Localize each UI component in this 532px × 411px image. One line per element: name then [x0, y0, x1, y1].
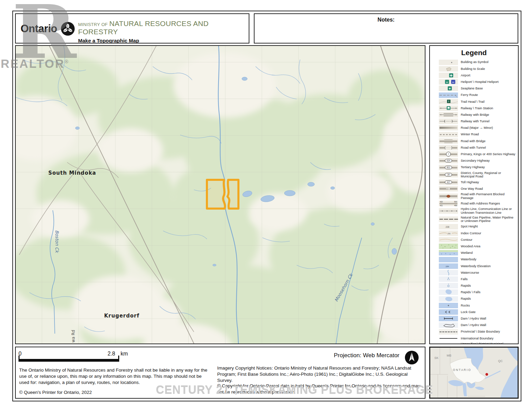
legend-item: Rapids: [430, 283, 518, 289]
rail-tunnel-icon: [439, 119, 458, 124]
legend-item-label: Building to Scale: [461, 67, 516, 71]
legend-title: Legend: [430, 49, 518, 57]
legend-item: Dam \ Hydro Wall: [430, 322, 518, 328]
projection-label: Projection: Web Mercator: [334, 352, 399, 359]
rapids-area-icon: [439, 296, 458, 302]
legend-item-label: Railway with Bridge: [461, 113, 516, 116]
wooded-icon: [439, 244, 458, 249]
scale-tick-left: [18, 356, 20, 362]
legend-item-label: Primary, Kings or 400 Series Highway: [461, 152, 516, 156]
scale-tick-right: [118, 356, 119, 362]
legend-item-label: Road with Address Ranges: [461, 202, 516, 205]
label-krugerdorf: Krugerdorf: [104, 313, 139, 319]
legend-item: Provincial \ State Boundary: [430, 328, 518, 335]
notes-label: Notes:: [255, 17, 518, 23]
legend-item: 256Index Contour: [430, 230, 518, 236]
road-major-icon: [439, 125, 458, 130]
legend-item: TTrail Head \ Trail: [430, 98, 518, 105]
location-marker: [485, 373, 488, 376]
legend-item: Railway with Bridge: [430, 112, 518, 118]
svg-text:T: T: [448, 100, 450, 103]
legend-item-label: Ferry Route: [461, 93, 516, 97]
rapids-sym-icon: [439, 283, 458, 288]
map-sheet: Ontario MINISTRY OF N: [12, 11, 521, 401]
legend-item-label: Rapids: [461, 284, 516, 287]
boundary-intl-icon: [439, 336, 458, 341]
wetland-icon: [439, 250, 458, 256]
inset-label-ontario: O N T A R I O: [453, 368, 471, 372]
legend-item: 524Secondary Highway: [430, 158, 518, 164]
footer-panel: 0 2.8 km The Ontario Ministry of Natural…: [15, 347, 425, 399]
legend-item-label: Waterbody Elevation: [461, 264, 516, 268]
badge-rect-icon: 407: [439, 179, 458, 185]
legend-items: Building as SymbolBuilding to ScaleAirpo…: [430, 59, 518, 344]
legend-item-label: Watercourse: [461, 271, 516, 274]
imagery-copyright: Imagery Copyright Notices: Ontario Minis…: [217, 365, 421, 383]
scale-unit: km: [121, 351, 128, 357]
queens-printer-copyright: © Queen's Printer for Ontario, 2022: [19, 390, 92, 395]
legend-item-label: Railway with Tunnel: [461, 120, 516, 123]
svg-text:420: 420: [440, 201, 443, 203]
legend-item: Natural Gas Pipeline, Water Pipeline or …: [430, 215, 518, 223]
legend-item-label: Upper Tier \ District Municipal Boundary: [461, 342, 516, 344]
legend-item-label: Wooded Area: [461, 245, 516, 248]
legend-item: .338Spot Height: [430, 223, 518, 230]
legend-item-label: Lock Gate: [461, 310, 516, 314]
legend-item-label: Spot Height: [461, 225, 516, 228]
north-arrow-icon: [404, 350, 419, 365]
label-road: wa Rd: [71, 330, 76, 342]
legend-item-label: Provincial \ State Boundary: [461, 330, 516, 333]
legend-item-label: One Way Road: [461, 187, 516, 190]
legend-item: Watercourse: [430, 269, 518, 276]
legend-item-label: Winter Road: [461, 133, 516, 136]
legend-item: Contour: [430, 236, 518, 243]
legend-item-label: Airport: [461, 74, 516, 77]
legend-item: Wooded Area: [430, 243, 518, 250]
legend-item-label: Hydro Line, Communication Line or Unknow…: [461, 207, 516, 214]
falls-icon: [439, 276, 458, 282]
address-icon: 420500421499: [439, 201, 458, 206]
legend-item: Rocks: [430, 302, 518, 309]
svg-text:H: H: [446, 81, 448, 84]
legend-item-label: Wetland: [461, 251, 516, 254]
waterbody-icon: [439, 257, 458, 262]
legend-item: Falls: [430, 276, 518, 283]
scale-distance: 2.8: [108, 351, 115, 357]
legend-item-label: Falls: [461, 277, 516, 281]
inset-map: SK MB O N T A R I O QC: [429, 347, 519, 399]
label-south-mindoka: South Mindoka: [48, 170, 96, 176]
pipeline-icon: [439, 216, 458, 222]
legend-item: .184Waterbody Elevation: [430, 263, 518, 269]
topographic-map: South Mindoka Krugerdorf Boston Ck Moose…: [16, 46, 425, 344]
dam-poly-icon: [439, 322, 458, 328]
legend-item: 7Primary, Kings or 400 Series Highway: [430, 151, 518, 158]
legend-item: 407Toll Highway: [430, 179, 518, 185]
parcel-west: [207, 180, 225, 209]
rail-station-icon: [439, 105, 458, 111]
badge-rect-icon: 801: [439, 165, 458, 170]
highlighted-parcel: [207, 180, 238, 209]
airport-icon: [439, 73, 458, 78]
svg-text:7: 7: [448, 153, 449, 155]
legend-item: Railway with Tunnel: [430, 118, 518, 125]
legend-item: Building as Symbol: [430, 59, 518, 65]
svg-text:421: 421: [440, 204, 443, 207]
legend-item-label: Road with Bridge: [461, 139, 516, 143]
svg-text:407: 407: [447, 181, 450, 183]
legend-item-label: Trail Head \ Trail: [461, 100, 516, 103]
app-title: Make a Topographic Map: [78, 38, 249, 43]
trailhead-icon: T: [439, 99, 458, 104]
ministry-of-label: MINISTRY OF: [78, 22, 108, 27]
building-scale-icon: [439, 66, 458, 72]
legend-item-label: Natural Gas Pipeline, Water Pipeline or …: [461, 216, 516, 223]
legend-item: Airport: [430, 72, 518, 78]
legend-item-label: Contour: [461, 238, 516, 241]
inset-label-qc: QC: [498, 359, 503, 363]
water-elev-icon: .184: [439, 263, 458, 269]
legend-item-label: Building as Symbol: [461, 60, 516, 64]
label-boston-creek: Boston Ck: [54, 230, 60, 253]
legend-item-label: Toll Highway: [461, 180, 516, 184]
svg-text:.338: .338: [445, 226, 449, 228]
svg-text:500: 500: [454, 201, 457, 203]
dam-line-icon: [439, 316, 458, 321]
